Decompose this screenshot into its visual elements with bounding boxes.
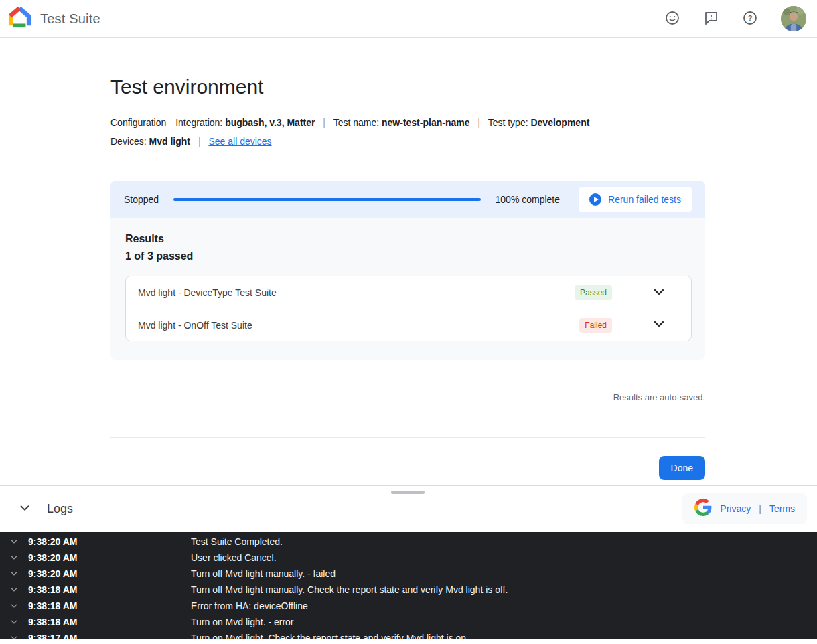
done-row: Done	[110, 456, 705, 480]
status-badge: Passed	[575, 285, 612, 300]
log-row: 9:38:18 AM Error from HA: deviceOffline	[0, 598, 817, 614]
integration-value: bugbash, v.3, Matter	[225, 117, 315, 128]
chevron-down-icon	[651, 316, 667, 334]
log-message: Error from HA: deviceOffline	[191, 600, 308, 611]
expand-log-entry-button[interactable]	[9, 537, 20, 546]
log-panel: 9:38:20 AM Test Suite Completed. 9:38:20…	[0, 532, 817, 639]
log-row: 9:38:20 AM User clicked Cancel.	[0, 550, 817, 566]
main-content: Test environment Configuration Integrati…	[0, 38, 817, 480]
test-name: Mvd light - OnOff Test Suite	[138, 320, 579, 331]
test-name: Mvd light - DeviceType Test Suite	[138, 287, 575, 298]
logs-title: Logs	[47, 502, 73, 516]
home-logo-link[interactable]: Test Suite	[8, 6, 100, 31]
test-type-value: Development	[530, 117, 589, 128]
expand-log-entry-button[interactable]	[9, 601, 20, 611]
test-row-onoff[interactable]: Mvd light - OnOff Test Suite Failed	[126, 309, 691, 341]
test-name-label: Test name:	[333, 117, 379, 128]
log-row: 9:38:18 AM Turn on Mvd light. - error	[0, 614, 817, 630]
status-badge: Failed	[579, 318, 612, 333]
expand-test-button[interactable]	[651, 316, 667, 334]
separator: |	[198, 136, 201, 147]
rerun-button-label: Rerun failed tests	[608, 194, 681, 205]
progress-percent-label: 100% complete	[496, 194, 561, 205]
log-timestamp: 9:38:20 AM	[28, 552, 191, 563]
results-section: Results 1 of 3 passed Mvd light - Device…	[110, 218, 705, 360]
separator: |	[477, 117, 480, 128]
configuration-line-2: Devices: Mvd light | See all devices	[110, 132, 705, 151]
test-result-list: Mvd light - DeviceType Test Suite Passed…	[125, 276, 692, 341]
privacy-terms-card: Privacy | Terms	[682, 493, 807, 524]
play-icon	[589, 193, 601, 206]
expand-log-entry-button[interactable]	[9, 617, 20, 627]
help-icon: ?	[742, 10, 758, 28]
log-message: User clicked Cancel.	[191, 552, 277, 563]
run-status-bar: Stopped 100% complete Rerun failed tests	[110, 181, 705, 218]
panel-resize-handle[interactable]	[391, 491, 425, 494]
log-row: 9:38:20 AM Test Suite Completed.	[0, 534, 817, 550]
expand-log-entry-button[interactable]	[9, 585, 20, 594]
test-run-card: Stopped 100% complete Rerun failed tests…	[110, 181, 705, 360]
log-timestamp: 9:38:18 AM	[28, 600, 191, 611]
log-message: Turn on Mvd light. Check the report stat…	[191, 633, 469, 639]
feedback-bubble-icon	[703, 10, 719, 28]
logs-header-bar: Logs Privacy | Terms	[0, 485, 817, 532]
progress-bar	[173, 198, 480, 201]
emoji-feedback-button[interactable]	[664, 10, 680, 28]
test-row-devicetype[interactable]: Mvd light - DeviceType Test Suite Passed	[126, 276, 691, 309]
collapse-logs-button[interactable]	[17, 501, 32, 517]
configuration-line-1: Configuration Integration: bugbash, v.3,…	[110, 113, 705, 132]
log-row: 9:38:18 AM Turn off Mvd light manually. …	[0, 582, 817, 598]
log-row: 9:38:17 AM Turn on Mvd light. Check the …	[0, 630, 817, 639]
integration-label: Integration:	[175, 117, 222, 128]
log-timestamp: 9:38:18 AM	[28, 617, 191, 627]
logs-title-wrap: Logs	[17, 501, 73, 517]
see-all-devices-link[interactable]: See all devices	[208, 136, 271, 147]
google-g-icon	[694, 499, 712, 519]
log-timestamp: 9:38:18 AM	[28, 584, 191, 595]
footer-divider	[110, 437, 705, 438]
results-summary: 1 of 3 passed	[125, 250, 692, 262]
log-timestamp: 9:38:20 AM	[28, 568, 191, 579]
log-message: Test Suite Completed.	[191, 536, 283, 547]
log-message: Turn off Mvd light manually. Check the r…	[191, 584, 508, 595]
log-timestamp: 9:38:20 AM	[28, 536, 191, 547]
chevron-down-icon	[651, 284, 667, 302]
log-timestamp: 9:38:17 AM	[28, 633, 191, 639]
separator: |	[759, 503, 761, 514]
autosave-note: Results are auto-saved.	[110, 392, 705, 402]
privacy-link[interactable]: Privacy	[720, 503, 751, 514]
test-name-value: new-test-plan-name	[382, 117, 469, 128]
svg-text:?: ?	[748, 14, 753, 22]
page-title: Test environment	[110, 76, 705, 98]
smiley-icon	[664, 10, 680, 28]
send-feedback-button[interactable]	[703, 10, 719, 28]
app-header: Test Suite	[0, 0, 817, 38]
expand-log-entry-button[interactable]	[9, 633, 20, 639]
log-message: Turn on Mvd light. - error	[191, 617, 294, 627]
run-state-label: Stopped	[124, 194, 159, 205]
expand-test-button[interactable]	[651, 284, 667, 302]
separator: |	[323, 117, 325, 128]
help-button[interactable]: ?	[742, 10, 758, 28]
log-row: 9:38:20 AM Turn off Mvd light manually. …	[0, 566, 817, 582]
account-avatar[interactable]	[781, 6, 806, 31]
progress-bar-fill	[173, 198, 480, 201]
configuration-label: Configuration	[110, 117, 166, 128]
app-title: Test Suite	[40, 11, 100, 27]
terms-link[interactable]: Terms	[769, 503, 795, 514]
google-home-icon	[8, 6, 31, 31]
log-message: Turn off Mvd light manually. - failed	[191, 568, 336, 579]
expand-log-entry-button[interactable]	[9, 569, 20, 578]
configuration-summary: Configuration Integration: bugbash, v.3,…	[110, 113, 705, 151]
chevron-down-icon	[17, 501, 32, 517]
devices-value: Mvd light	[149, 136, 190, 147]
done-button[interactable]: Done	[659, 456, 705, 480]
test-type-label: Test type:	[488, 117, 528, 128]
expand-log-entry-button[interactable]	[9, 553, 20, 562]
results-title: Results	[125, 233, 692, 245]
devices-label: Devices:	[110, 136, 147, 147]
rerun-failed-tests-button[interactable]: Rerun failed tests	[579, 187, 692, 212]
header-actions: ?	[664, 6, 806, 31]
